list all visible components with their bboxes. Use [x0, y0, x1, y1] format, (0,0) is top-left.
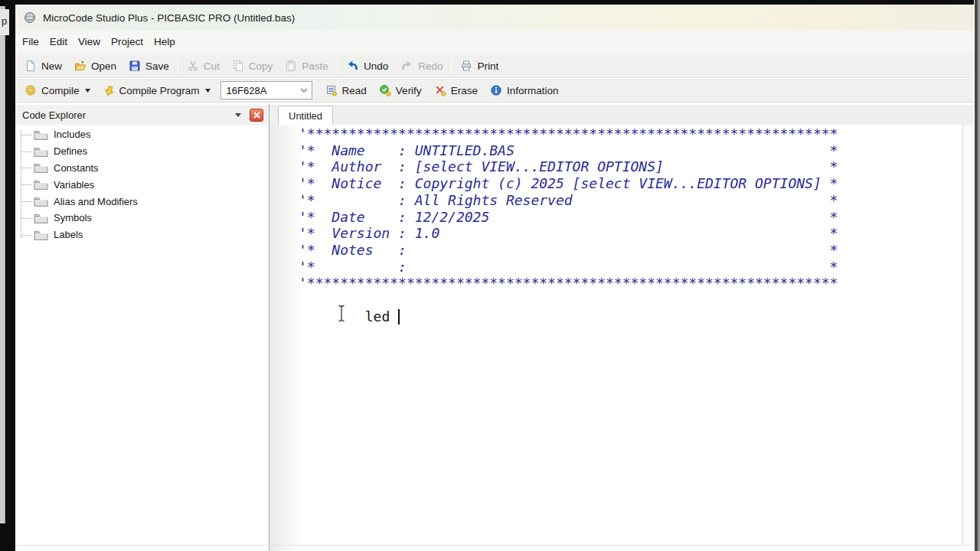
code-comment-block: '***************************************…	[299, 126, 838, 292]
undo-arrow-icon	[346, 60, 359, 72]
print-button[interactable]: Print	[454, 56, 505, 76]
window-right-border	[974, 0, 980, 551]
tree-item[interactable]: Includes	[15, 126, 268, 143]
save-floppy-icon	[129, 60, 141, 72]
code-line: '* Notes : *	[299, 242, 838, 259]
compile-button[interactable]: Compile	[18, 80, 96, 100]
code-line: '* Version : 1.0 *	[299, 225, 838, 242]
code-explorer-title: Code Explorer	[22, 109, 235, 121]
main-area: Code Explorer Includes Defines Constants	[15, 103, 980, 551]
titlebar[interactable]: MicroCode Studio Plus - PICBASIC PRO (Un…	[15, 5, 980, 31]
compile-button-label: Compile	[41, 85, 80, 96]
menu-item[interactable]: Project	[106, 36, 149, 47]
menu-item[interactable]: View	[73, 36, 106, 47]
typed-code-line: led	[299, 292, 400, 341]
menu-item[interactable]: Help	[149, 36, 181, 47]
information-button-label: Information	[507, 85, 559, 96]
code-line: '***************************************…	[299, 126, 838, 142]
open-folder-icon	[74, 60, 87, 72]
erase-button-label: Erase	[451, 85, 478, 96]
verify-button[interactable]: Verify	[373, 80, 428, 100]
print-icon	[460, 60, 472, 72]
undo-button[interactable]: Undo	[340, 56, 394, 76]
read-chip-icon	[325, 84, 338, 96]
tree-item-label: Variables	[54, 179, 94, 191]
redo-arrow-icon	[400, 60, 413, 72]
app-window: MicroCode Studio Plus - PICBASIC PRO (Un…	[15, 0, 980, 551]
tree-item[interactable]: Variables	[15, 176, 268, 193]
device-select-value: 16F628A	[227, 85, 267, 96]
window-bottom-edge	[15, 545, 974, 546]
menu-item[interactable]: Edit	[44, 36, 73, 47]
tree-item[interactable]: Labels	[15, 227, 268, 243]
folder-icon	[34, 179, 48, 190]
code-explorer-menu-arrow[interactable]	[235, 113, 241, 117]
verify-button-label: Verify	[396, 85, 422, 96]
background-partial-text: p	[0, 9, 9, 35]
cut-button[interactable]: Cut	[181, 56, 226, 76]
folder-icon	[34, 162, 48, 173]
code-line: '* : All Rights Reserved *	[299, 192, 838, 209]
erase-x-icon	[434, 84, 446, 96]
new-file-icon	[24, 60, 37, 72]
app-icon	[24, 11, 36, 24]
code-explorer-close-button[interactable]	[250, 109, 263, 122]
code-line: '* Date : 12/2/2025 *	[299, 209, 838, 226]
print-button-label: Print	[477, 60, 498, 72]
background-window-edge: p	[0, 0, 15, 551]
new-button[interactable]: New	[18, 56, 68, 76]
copy-button[interactable]: Copy	[226, 56, 279, 76]
code-explorer-header: Code Explorer	[15, 105, 269, 125]
tree-item-label: Labels	[54, 229, 83, 240]
save-button-label: Save	[145, 60, 169, 72]
tree-item[interactable]: Defines	[15, 143, 268, 160]
typed-text: led	[365, 308, 398, 324]
save-button[interactable]: Save	[122, 56, 175, 76]
compile-toolbar: Compile Compile Program 16F628A Read Ver…	[15, 79, 980, 103]
window-title: MicroCode Studio Plus - PICBASIC PRO (Un…	[43, 12, 295, 24]
tree-item[interactable]: Alias and Modifiers	[15, 193, 268, 210]
folder-icon	[34, 129, 48, 140]
toolbar-separator	[451, 57, 452, 75]
open-button-label: Open	[91, 60, 116, 72]
erase-button[interactable]: Erase	[428, 80, 484, 100]
tree-item-label: Includes	[54, 129, 90, 140]
information-icon	[490, 84, 502, 96]
compile-program-arrow-icon	[103, 84, 115, 96]
tree-item-label: Defines	[54, 145, 87, 157]
tree-item[interactable]: Constants	[15, 160, 268, 177]
tab-untitled[interactable]: Untitled	[278, 106, 333, 125]
redo-button-label: Redo	[418, 60, 443, 72]
cut-scissors-icon	[187, 60, 199, 72]
tab-label: Untitled	[289, 110, 322, 122]
information-button[interactable]: Information	[484, 80, 565, 100]
open-button[interactable]: Open	[68, 56, 122, 76]
ibeam-cursor	[337, 305, 346, 325]
tree-item[interactable]: Symbols	[15, 210, 268, 227]
menu-item[interactable]: File	[17, 36, 44, 47]
read-button-label: Read	[342, 85, 367, 96]
paste-button-label: Paste	[302, 60, 328, 72]
copy-pages-icon	[232, 60, 244, 72]
chevron-down-icon	[85, 89, 90, 93]
device-select[interactable]: 16F628A	[220, 81, 312, 99]
menubar: FileEditViewProjectHelp	[15, 31, 980, 54]
read-button[interactable]: Read	[319, 80, 373, 100]
folder-icon	[34, 230, 48, 240]
compile-program-button[interactable]: Compile Program	[96, 80, 217, 100]
compile-program-button-label: Compile Program	[119, 85, 200, 96]
cut-button-label: Cut	[204, 60, 220, 72]
paste-button[interactable]: Paste	[279, 56, 335, 76]
editor-tabstrip: Untitled	[270, 105, 974, 125]
editor-vertical-scrollbar[interactable]	[962, 125, 974, 545]
code-editor[interactable]: '***************************************…	[270, 125, 962, 551]
new-button-label: New	[41, 60, 62, 72]
chevron-down-icon	[205, 89, 211, 93]
code-line: '* Name : UNTITLED.BAS *	[299, 142, 838, 159]
redo-button[interactable]: Redo	[394, 56, 449, 76]
verify-check-icon	[379, 84, 391, 96]
code-line: '* : *	[299, 259, 838, 276]
chevron-down-icon	[300, 88, 308, 93]
folder-icon	[34, 196, 48, 207]
undo-button-label: Undo	[364, 60, 388, 72]
